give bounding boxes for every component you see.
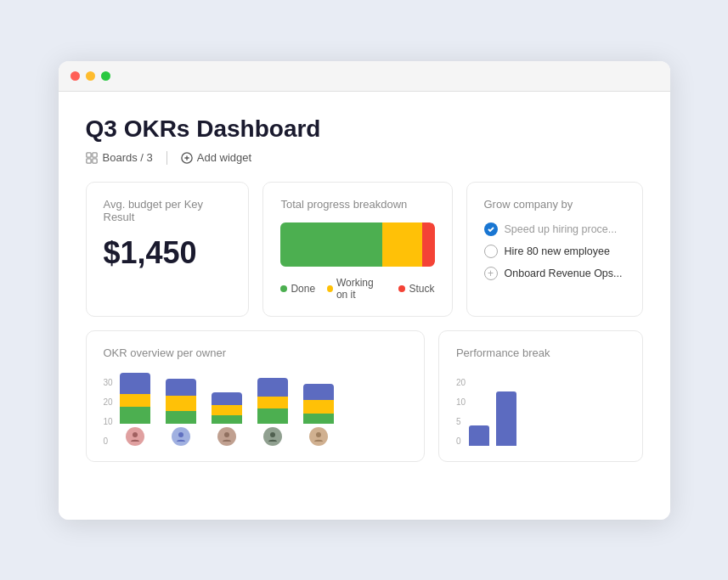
breadcrumb[interactable]: Boards / 3 bbox=[86, 151, 153, 164]
breadcrumb-bar: Boards / 3 Add widget bbox=[86, 151, 643, 165]
progress-legend: Done Working on it Stuck bbox=[280, 277, 434, 301]
okr-item-2[interactable]: Hire 80 new employee bbox=[484, 245, 625, 258]
performance-card: Performance break 20 10 5 0 bbox=[438, 330, 643, 462]
legend-dot-done bbox=[280, 285, 287, 292]
svg-rect-0 bbox=[86, 152, 90, 156]
bar-1-yellow bbox=[120, 394, 150, 407]
legend-dot-working bbox=[327, 285, 333, 292]
page-title: Q3 OKRs Dashboard bbox=[86, 115, 643, 143]
bar-5 bbox=[303, 384, 334, 424]
bar-2-blue bbox=[166, 379, 196, 396]
bar-group-2 bbox=[166, 379, 196, 446]
svg-rect-1 bbox=[92, 152, 96, 156]
legend-dot-stuck bbox=[398, 285, 405, 292]
progress-card: Total progress breakdown Done Working on… bbox=[262, 182, 452, 317]
bar-4-blue bbox=[257, 378, 288, 397]
dot-red[interactable] bbox=[71, 71, 80, 81]
bar-3-green bbox=[212, 415, 242, 424]
plus-circle-icon bbox=[181, 152, 193, 164]
bar-5-yellow bbox=[303, 400, 334, 414]
avatar-5 bbox=[309, 427, 328, 446]
okr-item-1-text: Speed up hiring proce... bbox=[505, 223, 618, 235]
overview-chart bbox=[116, 378, 337, 446]
browser-titlebar bbox=[59, 61, 670, 92]
bar-done bbox=[280, 222, 381, 267]
perf-bar-1 bbox=[469, 425, 489, 446]
okr-item-2-text: Hire 80 new employee bbox=[505, 245, 610, 257]
legend-stuck-label: Stuck bbox=[409, 283, 434, 295]
dot-green[interactable] bbox=[101, 71, 110, 81]
budget-card: Avg. budget per Key Result $1,450 bbox=[86, 182, 250, 317]
grow-card-title: Grow company by bbox=[484, 198, 625, 211]
dot-yellow[interactable] bbox=[86, 71, 95, 81]
bar-group-4 bbox=[257, 378, 288, 446]
bar-4-yellow bbox=[257, 397, 288, 408]
bar-3-blue bbox=[212, 392, 242, 405]
add-widget-label: Add widget bbox=[197, 151, 251, 164]
bar-1-green bbox=[120, 407, 150, 424]
perf-chart-container: 20 10 5 0 bbox=[456, 371, 625, 446]
bottom-row: OKR overview per owner 30 20 10 0 bbox=[86, 330, 643, 462]
bar-group-5 bbox=[303, 384, 334, 446]
bar-1-blue bbox=[120, 373, 150, 394]
okr-item-1[interactable]: Speed up hiring proce... bbox=[484, 222, 625, 236]
bar-2 bbox=[166, 379, 196, 424]
svg-point-9 bbox=[224, 432, 229, 437]
bar-5-green bbox=[303, 414, 334, 424]
legend-done-label: Done bbox=[291, 283, 315, 295]
bar-3-yellow bbox=[212, 405, 242, 415]
legend-working: Working on it bbox=[327, 277, 387, 301]
overview-card: OKR overview per owner 30 20 10 0 bbox=[86, 330, 425, 462]
budget-card-value: $1,450 bbox=[104, 235, 232, 271]
overview-card-title: OKR overview per owner bbox=[104, 346, 407, 359]
browser-content: Q3 OKRs Dashboard Boards / 3 Add widg bbox=[59, 92, 670, 520]
circle-icon-2 bbox=[484, 245, 498, 258]
okr-list: Speed up hiring proce... Hire 80 new emp… bbox=[484, 222, 625, 280]
okr-item-3[interactable]: + Onboard Revenue Ops... bbox=[484, 267, 625, 280]
legend-stuck: Stuck bbox=[398, 277, 434, 301]
perf-bar-2 bbox=[496, 391, 516, 446]
avatar-2 bbox=[172, 427, 190, 446]
breadcrumb-divider bbox=[166, 151, 167, 165]
avatar-4 bbox=[263, 427, 282, 446]
budget-card-title: Avg. budget per Key Result bbox=[104, 198, 232, 223]
svg-point-8 bbox=[178, 432, 183, 437]
breadcrumb-text: Boards / 3 bbox=[103, 151, 153, 164]
avatar-3 bbox=[217, 427, 236, 446]
performance-card-title: Performance break bbox=[456, 346, 625, 359]
svg-rect-2 bbox=[86, 158, 90, 162]
svg-point-11 bbox=[316, 432, 321, 437]
boards-icon bbox=[86, 152, 98, 164]
okr-item-3-text: Onboard Revenue Ops... bbox=[505, 267, 623, 279]
avatar-1 bbox=[126, 427, 144, 446]
bar-stuck bbox=[422, 222, 434, 267]
bar-2-green bbox=[166, 411, 196, 424]
plus-icon-3: + bbox=[484, 267, 498, 280]
legend-done: Done bbox=[280, 277, 315, 301]
perf-chart bbox=[469, 378, 516, 446]
bar-4-green bbox=[257, 408, 288, 424]
add-widget-button[interactable]: Add widget bbox=[181, 151, 251, 164]
legend-working-label: Working on it bbox=[336, 277, 387, 301]
svg-point-7 bbox=[133, 432, 138, 437]
check-icon-1 bbox=[484, 222, 498, 236]
bar-group-1 bbox=[120, 373, 150, 446]
browser-window: Q3 OKRs Dashboard Boards / 3 Add widg bbox=[59, 61, 670, 520]
bar-group-3 bbox=[212, 392, 242, 446]
svg-rect-3 bbox=[92, 158, 96, 162]
bar-5-blue bbox=[303, 384, 334, 400]
progress-card-title: Total progress breakdown bbox=[280, 198, 434, 211]
overview-y-axis: 30 20 10 0 bbox=[104, 378, 116, 446]
svg-point-10 bbox=[270, 432, 275, 437]
bar-1 bbox=[120, 373, 150, 424]
bar-3 bbox=[212, 392, 242, 424]
bar-2-yellow bbox=[166, 396, 196, 411]
progress-stacked-bar bbox=[280, 222, 434, 267]
bar-4 bbox=[257, 378, 288, 424]
perf-y-axis: 20 10 5 0 bbox=[456, 378, 469, 446]
bar-working bbox=[382, 222, 423, 267]
widgets-row: Avg. budget per Key Result $1,450 Total … bbox=[86, 182, 643, 317]
overview-chart-container: 30 20 10 0 bbox=[104, 371, 407, 446]
grow-card: Grow company by Speed up hiring proce...… bbox=[466, 182, 643, 317]
